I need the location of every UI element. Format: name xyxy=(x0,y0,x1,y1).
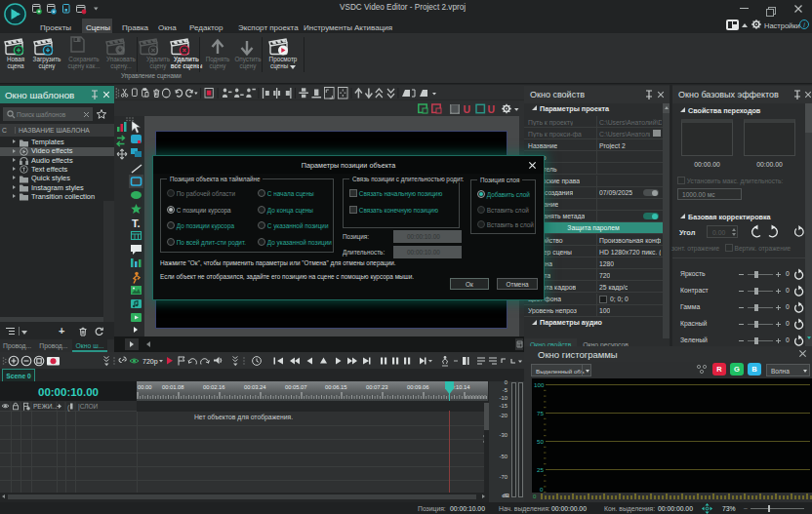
svg-text:00:06.15: 00:06.15 xyxy=(325,384,347,390)
svg-text:100: 100 xyxy=(534,381,545,388)
svg-text:00:07.23: 00:07.23 xyxy=(366,384,388,390)
svg-text:00:03.24: 00:03.24 xyxy=(244,384,266,390)
svg-text:00:02.16: 00:02.16 xyxy=(203,384,225,390)
svg-text:00.00: 00.00 xyxy=(138,384,152,390)
svg-text:720p: 720p xyxy=(142,358,158,366)
svg-text:U: U xyxy=(488,103,496,115)
svg-text:|СЛОИ: |СЛОИ xyxy=(78,403,98,411)
svg-text:0: 0 xyxy=(533,494,537,499)
svg-text:75: 75 xyxy=(537,410,544,416)
svg-text:РЕЖИ...: РЕЖИ... xyxy=(33,403,58,410)
svg-text:0: 0 xyxy=(540,486,544,493)
svg-text:25: 25 xyxy=(537,466,544,473)
svg-text:U: U xyxy=(464,103,471,115)
svg-text:00:01.08: 00:01.08 xyxy=(162,384,184,390)
svg-text:00:05.07: 00:05.07 xyxy=(285,384,307,390)
svg-text:(: ( xyxy=(67,404,70,412)
svg-text:50: 50 xyxy=(537,438,544,445)
svg-text:00:09.06: 00:09.06 xyxy=(407,384,429,390)
svg-text:T.: T. xyxy=(132,217,141,229)
